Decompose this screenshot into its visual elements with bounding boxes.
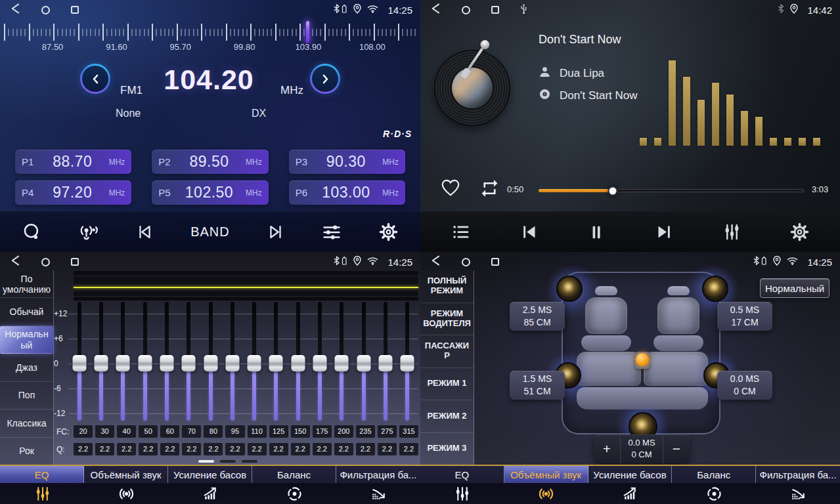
preset-p2[interactable]: P289.50MHz	[152, 150, 268, 174]
mode-item-1[interactable]: ПОЛНЫЙ РЕЖИМ	[420, 270, 474, 303]
previous-station-icon[interactable]	[133, 218, 160, 247]
mode-item-5[interactable]: РЕЖИМ 2	[420, 400, 474, 433]
eq-preset-1[interactable]: По умолчанию	[0, 270, 53, 298]
progress-thumb[interactable]	[608, 186, 618, 196]
next-track-icon[interactable]	[651, 218, 677, 247]
slider-knob[interactable]	[225, 355, 239, 371]
tab-eq[interactable]: EQ	[0, 466, 84, 504]
q-value[interactable]: 2.2	[182, 443, 201, 455]
fc-value[interactable]: 175	[313, 425, 332, 438]
playlist-icon[interactable]	[448, 218, 474, 247]
fc-value[interactable]: 30	[95, 425, 114, 438]
nav-back-icon[interactable]	[431, 255, 441, 268]
increase-delay-button[interactable]: +	[594, 434, 620, 463]
front-right-speaker-icon[interactable]	[702, 276, 728, 302]
fc-value[interactable]: 150	[291, 425, 310, 438]
q-value[interactable]: 2.2	[313, 443, 332, 455]
fc-value[interactable]: 40	[117, 425, 136, 438]
slider-knob[interactable]	[94, 355, 108, 371]
page-dot-active[interactable]	[198, 460, 214, 463]
mixer-icon[interactable]	[718, 218, 745, 247]
next-station-icon[interactable]	[261, 218, 287, 247]
tuning-pointer[interactable]	[306, 21, 309, 43]
band-button[interactable]: BAND	[190, 218, 230, 247]
fc-value[interactable]: 235	[356, 425, 375, 438]
audio-settings-icon[interactable]	[319, 218, 345, 247]
fc-value[interactable]: 50	[139, 425, 158, 438]
previous-track-icon[interactable]	[516, 218, 542, 247]
q-value[interactable]: 2.2	[378, 443, 397, 455]
fc-value[interactable]: 200	[334, 425, 353, 438]
fc-value[interactable]: 60	[160, 425, 179, 438]
fc-value[interactable]: 20	[74, 425, 93, 438]
nav-back-icon[interactable]	[431, 3, 441, 16]
fc-value[interactable]: 80	[204, 425, 223, 438]
nav-back-icon[interactable]	[11, 255, 20, 268]
front-right-delay-card[interactable]: 0.5 MS 17 CM	[717, 302, 772, 331]
fc-value[interactable]: 125	[269, 425, 288, 438]
tab-balance[interactable]: Баланс	[252, 466, 336, 504]
rear-left-delay-card[interactable]: 1.5 MS 51 CM	[510, 371, 565, 400]
listener-position-dot[interactable]	[636, 353, 649, 366]
slider-knob[interactable]	[116, 355, 130, 371]
preset-p5[interactable]: P5102.50MHz	[152, 180, 268, 205]
nav-recents-icon[interactable]	[491, 258, 499, 266]
tab-surround-sound[interactable]: Объёмный звук	[84, 466, 168, 504]
slider-knob[interactable]	[379, 355, 393, 371]
settings-gear-icon[interactable]	[376, 218, 402, 247]
tune-up-button[interactable]	[310, 64, 340, 94]
fc-value[interactable]: 110	[248, 425, 267, 438]
q-value[interactable]: 2.2	[204, 443, 223, 455]
slider-knob[interactable]	[401, 355, 414, 371]
q-value[interactable]: 2.2	[356, 443, 375, 455]
mode-item-3[interactable]: ПАССАЖИР	[420, 335, 474, 368]
fc-value[interactable]: 95	[225, 425, 244, 438]
q-value[interactable]: 2.2	[248, 443, 267, 455]
q-value[interactable]: 2.2	[74, 443, 93, 455]
q-value[interactable]: 2.2	[269, 443, 288, 455]
preset-p4[interactable]: P497.20MHz	[15, 180, 131, 205]
q-value[interactable]: 2.2	[225, 443, 244, 455]
q-value[interactable]: 2.2	[139, 443, 158, 455]
slider-knob[interactable]	[160, 355, 173, 371]
tab-balance[interactable]: Баланс	[672, 466, 756, 504]
slider-knob[interactable]	[357, 355, 370, 371]
repeat-icon[interactable]	[479, 180, 500, 200]
nav-home-icon[interactable]	[41, 6, 50, 14]
slider-knob[interactable]	[291, 355, 305, 371]
tab-crossover-filter[interactable]: Фильтрация ба...	[336, 466, 420, 504]
front-left-delay-card[interactable]: 2.5 MS 85 CM	[510, 302, 565, 331]
q-value[interactable]: 2.2	[399, 443, 418, 455]
preset-p1[interactable]: P188.70MHz	[15, 150, 131, 174]
q-value[interactable]: 2.2	[117, 443, 136, 455]
nav-home-icon[interactable]	[462, 6, 470, 14]
front-left-speaker-icon[interactable]	[556, 276, 583, 302]
preset-p3[interactable]: P390.30MHz	[289, 150, 405, 174]
q-value[interactable]: 2.2	[291, 443, 310, 455]
nav-home-icon[interactable]	[41, 258, 50, 266]
eq-preset-4[interactable]: Джаз	[0, 354, 53, 381]
nav-recents-icon[interactable]	[491, 6, 499, 14]
eq-preset-6[interactable]: Классика	[0, 410, 53, 437]
tab-eq[interactable]: EQ	[420, 466, 504, 504]
fc-value[interactable]: 70	[182, 425, 201, 438]
scan-icon[interactable]	[18, 218, 45, 247]
slider-knob[interactable]	[182, 355, 196, 371]
nav-back-icon[interactable]	[11, 3, 20, 16]
slider-knob[interactable]	[204, 355, 217, 371]
pause-icon[interactable]	[583, 218, 609, 247]
page-dot[interactable]	[242, 460, 257, 463]
decrease-delay-button[interactable]: −	[663, 434, 690, 463]
profile-button[interactable]: Нормальный	[760, 278, 829, 298]
eq-preset-5[interactable]: Поп	[0, 382, 53, 410]
aps-broadcast-icon[interactable]	[76, 218, 102, 247]
tab-crossover-filter[interactable]: Фильтрация ба...	[756, 466, 840, 504]
slider-knob[interactable]	[335, 355, 349, 371]
tab-surround-sound[interactable]: Объёмный звук	[504, 466, 588, 504]
slider-knob[interactable]	[313, 355, 327, 371]
eq-preset-7[interactable]: Рок	[0, 438, 53, 465]
tab-bass-boost[interactable]: Усиление басов	[588, 466, 673, 504]
fc-value[interactable]: 315	[399, 425, 418, 438]
nav-recents-icon[interactable]	[71, 6, 79, 14]
slider-knob[interactable]	[72, 355, 86, 371]
